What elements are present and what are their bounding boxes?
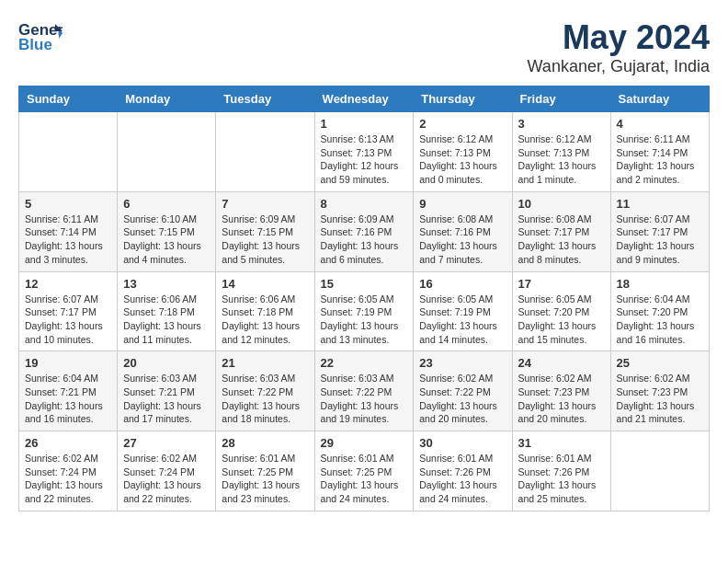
day-number: 24 (518, 356, 605, 370)
day-number: 8 (321, 197, 408, 211)
calendar-cell: 12Sunrise: 6:07 AMSunset: 7:17 PMDayligh… (19, 271, 118, 351)
header-thursday: Thursday (414, 86, 512, 112)
calendar-week-row: 5Sunrise: 6:11 AMSunset: 7:14 PMDaylight… (19, 191, 710, 271)
header-tuesday: Tuesday (216, 86, 314, 112)
calendar-cell: 11Sunrise: 6:07 AMSunset: 7:17 PMDayligh… (610, 191, 709, 271)
calendar-cell: 20Sunrise: 6:03 AMSunset: 7:21 PMDayligh… (118, 351, 216, 431)
day-info: Sunrise: 6:07 AMSunset: 7:17 PMDaylight:… (617, 213, 703, 267)
header-monday: Monday (118, 86, 216, 112)
calendar-cell: 24Sunrise: 6:02 AMSunset: 7:23 PMDayligh… (512, 351, 610, 431)
calendar-cell: 1Sunrise: 6:13 AMSunset: 7:13 PMDaylight… (314, 112, 414, 192)
day-number: 6 (123, 197, 210, 211)
day-number: 11 (617, 197, 703, 211)
day-number: 25 (617, 356, 703, 370)
calendar-cell: 26Sunrise: 6:02 AMSunset: 7:24 PMDayligh… (19, 431, 118, 511)
day-number: 17 (518, 277, 605, 291)
day-number: 2 (419, 117, 506, 131)
day-info: Sunrise: 6:09 AMSunset: 7:16 PMDaylight:… (321, 213, 408, 267)
day-info: Sunrise: 6:05 AMSunset: 7:19 PMDaylight:… (321, 293, 408, 347)
calendar-cell: 5Sunrise: 6:11 AMSunset: 7:14 PMDaylight… (19, 191, 118, 271)
day-info: Sunrise: 6:02 AMSunset: 7:24 PMDaylight:… (25, 452, 111, 506)
day-number: 30 (419, 436, 506, 450)
calendar-cell: 19Sunrise: 6:04 AMSunset: 7:21 PMDayligh… (19, 351, 118, 431)
day-number: 27 (123, 436, 210, 450)
day-info: Sunrise: 6:01 AMSunset: 7:25 PMDaylight:… (222, 452, 308, 506)
calendar-cell (216, 112, 314, 192)
calendar-cell: 4Sunrise: 6:11 AMSunset: 7:14 PMDaylight… (610, 112, 709, 192)
header-friday: Friday (512, 86, 610, 112)
day-number: 18 (617, 277, 703, 291)
calendar-cell: 14Sunrise: 6:06 AMSunset: 7:18 PMDayligh… (216, 271, 314, 351)
calendar-week-row: 12Sunrise: 6:07 AMSunset: 7:17 PMDayligh… (19, 271, 710, 351)
title-block: May 2024 Wankaner, Gujarat, India (528, 18, 710, 76)
day-number: 29 (321, 436, 408, 450)
calendar-week-row: 1Sunrise: 6:13 AMSunset: 7:13 PMDaylight… (19, 112, 710, 192)
calendar-week-row: 26Sunrise: 6:02 AMSunset: 7:24 PMDayligh… (19, 431, 710, 511)
calendar-cell: 15Sunrise: 6:05 AMSunset: 7:19 PMDayligh… (314, 271, 414, 351)
day-number: 19 (25, 356, 111, 370)
calendar-week-row: 19Sunrise: 6:04 AMSunset: 7:21 PMDayligh… (19, 351, 710, 431)
calendar-cell: 9Sunrise: 6:08 AMSunset: 7:16 PMDaylight… (414, 191, 512, 271)
day-number: 22 (321, 356, 408, 370)
day-number: 28 (222, 436, 308, 450)
calendar-cell: 8Sunrise: 6:09 AMSunset: 7:16 PMDaylight… (314, 191, 414, 271)
day-info: Sunrise: 6:01 AMSunset: 7:26 PMDaylight:… (419, 452, 506, 506)
day-info: Sunrise: 6:01 AMSunset: 7:26 PMDaylight:… (518, 452, 605, 506)
day-info: Sunrise: 6:06 AMSunset: 7:18 PMDaylight:… (123, 293, 210, 347)
calendar-cell: 6Sunrise: 6:10 AMSunset: 7:15 PMDaylight… (118, 191, 216, 271)
logo: General Blue (18, 18, 63, 53)
day-number: 10 (518, 197, 605, 211)
day-info: Sunrise: 6:03 AMSunset: 7:21 PMDaylight:… (123, 372, 210, 426)
calendar-cell: 23Sunrise: 6:02 AMSunset: 7:22 PMDayligh… (414, 351, 512, 431)
day-number: 5 (25, 197, 111, 211)
day-number: 9 (419, 197, 506, 211)
day-info: Sunrise: 6:05 AMSunset: 7:19 PMDaylight:… (419, 293, 506, 347)
day-info: Sunrise: 6:12 AMSunset: 7:13 PMDaylight:… (419, 132, 506, 187)
calendar-cell: 7Sunrise: 6:09 AMSunset: 7:15 PMDaylight… (216, 191, 314, 271)
day-number: 31 (518, 436, 605, 450)
day-info: Sunrise: 6:02 AMSunset: 7:23 PMDaylight:… (617, 372, 703, 426)
day-number: 16 (419, 277, 506, 291)
day-info: Sunrise: 6:02 AMSunset: 7:22 PMDaylight:… (419, 372, 506, 426)
day-info: Sunrise: 6:07 AMSunset: 7:17 PMDaylight:… (25, 293, 111, 347)
day-info: Sunrise: 6:13 AMSunset: 7:13 PMDaylight:… (321, 132, 408, 187)
day-number: 3 (518, 117, 605, 131)
day-number: 21 (222, 356, 308, 370)
calendar-table: Sunday Monday Tuesday Wednesday Thursday… (18, 86, 710, 511)
calendar-cell: 30Sunrise: 6:01 AMSunset: 7:26 PMDayligh… (414, 431, 512, 511)
day-number: 15 (321, 277, 408, 291)
calendar-cell (118, 112, 216, 192)
calendar-cell: 3Sunrise: 6:12 AMSunset: 7:13 PMDaylight… (512, 112, 610, 192)
day-info: Sunrise: 6:03 AMSunset: 7:22 PMDaylight:… (321, 372, 408, 426)
day-info: Sunrise: 6:08 AMSunset: 7:17 PMDaylight:… (518, 213, 605, 267)
day-number: 1 (321, 117, 408, 131)
day-number: 13 (123, 277, 210, 291)
day-number: 4 (617, 117, 703, 131)
calendar-cell: 16Sunrise: 6:05 AMSunset: 7:19 PMDayligh… (414, 271, 512, 351)
calendar-cell: 31Sunrise: 6:01 AMSunset: 7:26 PMDayligh… (512, 431, 610, 511)
day-info: Sunrise: 6:04 AMSunset: 7:20 PMDaylight:… (617, 293, 703, 347)
header-sunday: Sunday (19, 86, 118, 112)
calendar-cell: 2Sunrise: 6:12 AMSunset: 7:13 PMDaylight… (414, 112, 512, 192)
header-saturday: Saturday (610, 86, 709, 112)
page-container: General Blue May 2024 Wankaner, Gujarat,… (18, 18, 710, 511)
page-title: May 2024 (528, 18, 710, 57)
calendar-cell: 29Sunrise: 6:01 AMSunset: 7:25 PMDayligh… (314, 431, 414, 511)
day-number: 20 (123, 356, 210, 370)
logo-icon: General Blue (18, 18, 63, 53)
day-info: Sunrise: 6:08 AMSunset: 7:16 PMDaylight:… (419, 213, 506, 267)
day-info: Sunrise: 6:09 AMSunset: 7:15 PMDaylight:… (222, 213, 308, 267)
calendar-cell: 22Sunrise: 6:03 AMSunset: 7:22 PMDayligh… (314, 351, 414, 431)
day-number: 26 (25, 436, 111, 450)
day-info: Sunrise: 6:04 AMSunset: 7:21 PMDaylight:… (25, 372, 111, 426)
day-info: Sunrise: 6:11 AMSunset: 7:14 PMDaylight:… (617, 132, 703, 187)
calendar-cell: 28Sunrise: 6:01 AMSunset: 7:25 PMDayligh… (216, 431, 314, 511)
day-number: 7 (222, 197, 308, 211)
day-info: Sunrise: 6:11 AMSunset: 7:14 PMDaylight:… (25, 213, 111, 267)
page-header: General Blue May 2024 Wankaner, Gujarat,… (18, 18, 710, 76)
calendar-cell: 27Sunrise: 6:02 AMSunset: 7:24 PMDayligh… (118, 431, 216, 511)
day-number: 23 (419, 356, 506, 370)
day-info: Sunrise: 6:01 AMSunset: 7:25 PMDaylight:… (321, 452, 408, 506)
calendar-cell: 17Sunrise: 6:05 AMSunset: 7:20 PMDayligh… (512, 271, 610, 351)
day-info: Sunrise: 6:02 AMSunset: 7:24 PMDaylight:… (123, 452, 210, 506)
